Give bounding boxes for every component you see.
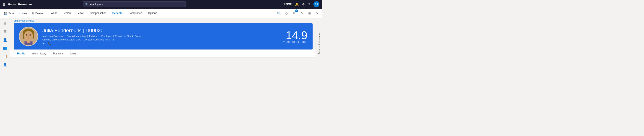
employee-meta-row-1: Marketing Executive | Sales & Marketing … [42, 35, 279, 37]
years-of-service-panel: 14.9 YEARS OF SERVICE [283, 30, 308, 43]
employee-first-last-name: Julia Funderburk [42, 28, 81, 34]
close-icon[interactable]: ✕ [314, 10, 320, 16]
search-filter-icon[interactable]: 🔍 [276, 10, 282, 16]
employee-more[interactable]: +2 [111, 38, 114, 41]
toolbar-divider [46, 11, 46, 16]
sep4: | [113, 35, 114, 37]
notification-badge: 0 [295, 10, 298, 12]
sep5: | [82, 38, 82, 41]
page-content: Employees (Active) [10, 18, 316, 68]
years-label: YEARS OF SERVICE [283, 41, 308, 43]
app-title: Human Resources [8, 3, 32, 6]
employee-title: Marketing Executive [42, 35, 64, 37]
bookmark-icon[interactable]: ◇ [284, 10, 290, 16]
svg-point-4 [24, 31, 33, 41]
right-panel-label: Related information [318, 32, 320, 54]
sep1: | [65, 35, 66, 37]
employee-photo [20, 27, 38, 46]
search-box[interactable]: 🔍 [83, 1, 186, 7]
action-bar-right: 🔍 ◇ ⧉ 0 ↻ ⊡ ✕ [276, 10, 320, 16]
user-avatar[interactable]: SS [314, 1, 320, 7]
employee-department: Sales & Marketing [67, 35, 86, 37]
save-button[interactable]: 💾 Save [2, 10, 16, 17]
sidebar-user-icon[interactable]: 👤 [1, 61, 9, 68]
save-icon: 💾 [4, 12, 7, 15]
employee-meta-row-2: Contoso Entertainment System USA | Conto… [42, 38, 279, 41]
menu-bar: Work Person Leave Compensation Benefits … [48, 9, 160, 18]
company-selector[interactable]: USMF [284, 3, 292, 6]
employee-info: Julia Funderburk | 000020 Marketing Exec… [42, 28, 279, 45]
tab-positions[interactable]: Positions [50, 50, 67, 57]
sep3: | [100, 35, 100, 37]
sidebar-list-icon[interactable]: 📋 [1, 52, 9, 60]
breadcrumb-link[interactable]: Employees (Active) [14, 19, 34, 22]
svg-point-6 [30, 34, 31, 36]
employee-name-row: Julia Funderburk | 000020 [42, 28, 279, 34]
menu-options[interactable]: Options [145, 9, 160, 18]
employee-card: Julia Funderburk | 000020 Marketing Exec… [14, 23, 312, 49]
sidebar-home-icon[interactable]: ⊞ [1, 20, 9, 27]
tab-links[interactable]: Links [67, 50, 80, 57]
settings-icon[interactable]: ⚙ [302, 3, 305, 6]
refresh-icon[interactable]: ↻ [299, 10, 305, 16]
menu-compliance[interactable]: Compliance [126, 9, 145, 18]
employee-employment-type: Full-time [89, 35, 98, 37]
app-grid-icon[interactable]: ⊞ [2, 2, 5, 7]
years-number: 14.9 [283, 30, 308, 41]
employee-id: 000020 [86, 28, 104, 34]
menu-compensation[interactable]: Compensation [87, 9, 109, 18]
tab-bar: Profile Work history Positions Links [10, 50, 316, 57]
left-sidebar: ⊞ ☰ 👤 👥 📋 👤 [0, 18, 10, 68]
delete-icon: 🗑 [32, 12, 34, 15]
new-button[interactable]: + New [17, 10, 29, 17]
action-bar-left: 💾 Save + New 🗑 Delete [2, 10, 46, 17]
sep2: | [87, 35, 88, 37]
employee-company2: Contoso Consulting FR [84, 38, 108, 41]
help-icon[interactable]: ? [308, 3, 310, 6]
email-icon[interactable]: ✉ [42, 42, 45, 45]
search-icon: 🔍 [85, 3, 88, 6]
right-panel[interactable]: Related information [316, 18, 322, 68]
top-nav-right: USMF 🔔 ⚙ ? SS [284, 1, 320, 7]
tab-profile[interactable]: Profile [14, 50, 28, 57]
sep6: | [110, 38, 110, 41]
svg-point-5 [26, 34, 28, 36]
new-icon: + [19, 12, 20, 15]
employee-type: Employee [101, 35, 112, 37]
menu-person[interactable]: Person [60, 9, 74, 18]
phone-icon[interactable]: 📞 [48, 42, 51, 45]
main-content: ⊞ ☰ 👤 👥 📋 👤 Employees (Active) [0, 18, 322, 68]
employee-reports-to: Reports to Charlie Carson [115, 35, 142, 37]
sidebar-group-icon[interactable]: 👥 [1, 44, 9, 52]
svg-rect-9 [27, 40, 30, 43]
action-bar: 💾 Save + New 🗑 Delete Work Person Leave … [0, 9, 322, 18]
employee-contact: ✉ 📞 [42, 42, 279, 45]
delete-button[interactable]: 🗑 Delete [29, 10, 45, 17]
employee-avatar [19, 27, 38, 46]
popout-icon[interactable]: ⊡ [306, 10, 312, 16]
name-divider: | [83, 28, 84, 34]
tab-work-history[interactable]: Work history [28, 50, 50, 57]
menu-benefits[interactable]: Benefits [110, 9, 126, 18]
menu-leave[interactable]: Leave [74, 9, 87, 18]
search-input[interactable] [90, 3, 184, 6]
breadcrumb-bar: Employees (Active) [10, 18, 316, 23]
top-navigation: ⊞ Human Resources 🔍 USMF 🔔 ⚙ ? SS [0, 0, 322, 9]
notification-bell-icon[interactable]: 🔔 [295, 3, 299, 6]
employee-company1: Contoso Entertainment System USA [42, 38, 80, 41]
open-in-new-icon[interactable]: ⧉ 0 [291, 10, 297, 16]
sidebar-person-icon[interactable]: 👤 [1, 36, 9, 43]
filter-icon[interactable]: ☰ [1, 28, 9, 35]
menu-work[interactable]: Work [48, 9, 60, 18]
